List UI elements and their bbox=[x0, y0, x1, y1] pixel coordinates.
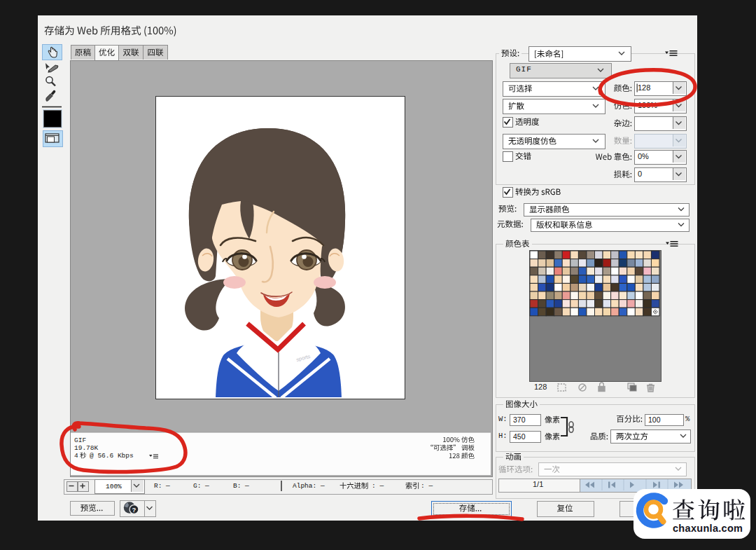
svg-text:?: ? bbox=[132, 506, 136, 514]
svg-text:chaxunla.com: chaxunla.com bbox=[673, 523, 743, 534]
